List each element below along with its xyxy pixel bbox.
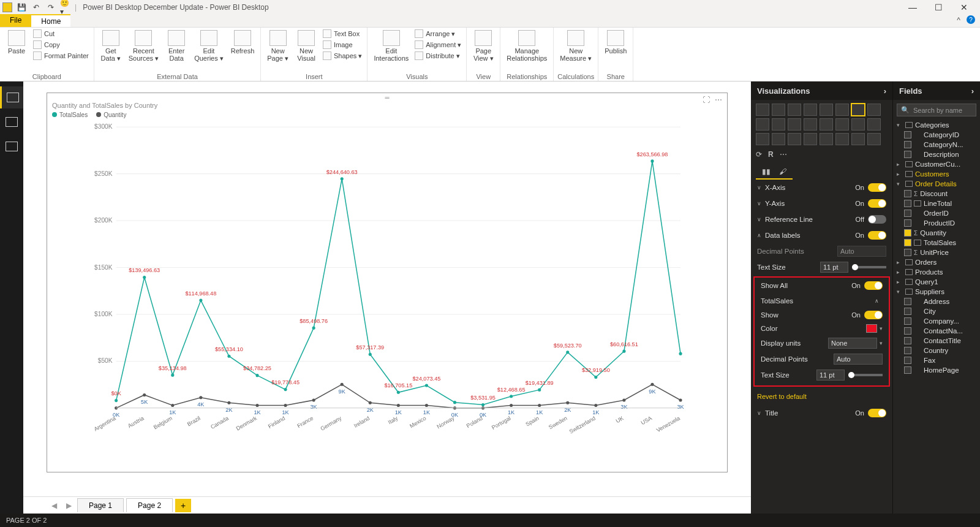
viz-tile[interactable] [867, 118, 881, 131]
display-units-select[interactable] [828, 338, 877, 349]
data-view-icon[interactable] [0, 111, 23, 133]
viz-tile[interactable] [772, 118, 785, 131]
viz-tile[interactable] [835, 118, 849, 131]
help-icon[interactable]: ? [967, 15, 975, 24]
edit-queries-button[interactable]: Edit Queries ▾ [192, 29, 226, 63]
edit-interactions-button[interactable]: Edit Interactions [371, 29, 411, 63]
refresh-button[interactable]: Refresh [228, 29, 257, 56]
format-tab-icon[interactable]: 🖌 [779, 167, 786, 176]
field-item[interactable]: Description [893, 150, 980, 159]
viz-tile[interactable] [867, 133, 881, 145]
more-options-icon[interactable]: ⋯ [715, 96, 722, 104]
field-checkbox[interactable] [904, 327, 911, 335]
new-measure-button[interactable]: New Measure ▾ [557, 29, 594, 63]
field-checkbox[interactable] [904, 298, 911, 305]
viz-tile[interactable] [756, 104, 769, 116]
viz-tile[interactable] [851, 133, 865, 145]
format-show[interactable]: ShowOn [755, 308, 889, 322]
collapse-fields-panel-icon[interactable]: › [971, 86, 974, 96]
field-item[interactable]: ΣQuantity [893, 228, 980, 238]
format-title[interactable]: ∨TitleOn [751, 405, 892, 421]
page-view-button[interactable]: Page View ▾ [470, 29, 496, 63]
field-checkbox[interactable] [904, 317, 911, 325]
recent-sources-button[interactable]: Recent Sources ▾ [126, 29, 161, 63]
viz-tile[interactable] [788, 133, 801, 145]
field-checkbox[interactable] [904, 366, 911, 374]
maximize-icon[interactable]: ☐ [932, 2, 944, 12]
redo-icon[interactable]: ↷ [45, 2, 56, 13]
r-visual-icon[interactable]: R [768, 150, 774, 159]
field-table[interactable]: ▸Query1 [893, 277, 980, 287]
viz-tile[interactable] [820, 104, 833, 116]
viz-tile[interactable] [804, 104, 817, 116]
image-button[interactable]: Image [322, 40, 363, 50]
page-tab-2[interactable]: Page 2 [126, 498, 173, 512]
text-size-input-top[interactable] [820, 262, 848, 273]
field-item[interactable]: City [893, 306, 980, 316]
prev-page-icon[interactable]: ◀ [48, 501, 60, 510]
field-item[interactable]: ContactNa... [893, 326, 980, 336]
decimal-points-input[interactable] [834, 354, 883, 365]
field-item[interactable]: HomePage [893, 365, 980, 375]
drag-handle-icon[interactable]: ═ [385, 94, 389, 101]
viz-tile[interactable] [867, 104, 881, 116]
viz-tile[interactable] [820, 133, 833, 145]
field-item[interactable]: Company... [893, 316, 980, 326]
field-item[interactable]: ΣDiscount [893, 189, 980, 199]
decimal-points-input-top[interactable] [837, 246, 886, 257]
enter-data-button[interactable]: Enter Data [164, 29, 189, 63]
undo-icon[interactable]: ↶ [31, 2, 42, 13]
new-page-button[interactable]: New Page ▾ [265, 29, 291, 63]
line-chart-visual[interactable]: ═ ⛶ ⋯ Quantity and TotalSales by Country… [47, 93, 728, 472]
viz-tile[interactable] [756, 118, 769, 131]
manage-relationships-button[interactable]: Manage Relationships [504, 29, 549, 63]
arrange-button[interactable]: Arrange ▾ [413, 29, 462, 39]
viz-tile[interactable] [835, 104, 849, 116]
focus-mode-icon[interactable]: ⛶ [703, 96, 710, 104]
field-checkbox[interactable] [904, 190, 911, 197]
text-box-button[interactable]: Text Box [322, 29, 363, 39]
field-item[interactable]: CategoryID [893, 130, 980, 140]
field-checkbox[interactable] [904, 308, 911, 315]
collapse-ribbon-icon[interactable]: ^ [953, 14, 964, 27]
field-item[interactable]: Fax [893, 355, 980, 365]
field-checkbox[interactable] [904, 347, 911, 354]
collapse-viz-panel-icon[interactable]: › [884, 86, 886, 96]
field-item[interactable]: ProductID [893, 218, 980, 228]
page-tab-1[interactable]: Page 1 [77, 498, 124, 512]
fields-search[interactable]: 🔍Search by name [897, 104, 976, 116]
viz-tile[interactable] [851, 104, 865, 116]
refresh-viz-icon[interactable]: ⟳ [756, 150, 762, 159]
minimize-icon[interactable]: — [907, 2, 919, 12]
field-table[interactable]: ▾Categories [893, 120, 980, 130]
field-item[interactable]: OrderID [893, 208, 980, 218]
field-table[interactable]: ▸CustomerCu... [893, 159, 980, 169]
distribute-button[interactable]: Distribute ▾ [413, 51, 462, 61]
field-table[interactable]: ▾Suppliers [893, 287, 980, 297]
viz-tile[interactable] [851, 118, 865, 131]
field-checkbox[interactable] [904, 141, 911, 148]
format-section-totalsales[interactable]: TotalSales∧ [755, 294, 889, 308]
viz-tile[interactable] [772, 104, 785, 116]
copy-button[interactable]: Copy [32, 40, 90, 50]
field-checkbox[interactable] [904, 200, 911, 207]
format-y-axis[interactable]: ∨Y-AxisOn [751, 195, 892, 211]
field-table[interactable]: ▸Orders [893, 257, 980, 267]
fields-tab-icon[interactable]: ▮▮ [762, 167, 771, 176]
text-size-slider-top[interactable] [852, 266, 886, 268]
viz-tile[interactable] [835, 133, 849, 145]
field-checkbox[interactable] [904, 131, 911, 138]
viz-tile[interactable] [788, 104, 801, 116]
report-view-icon[interactable] [0, 86, 23, 108]
field-checkbox[interactable] [904, 219, 911, 227]
add-page-button[interactable]: + [175, 499, 191, 512]
viz-tile[interactable] [788, 118, 801, 131]
field-table[interactable]: ▸Customers [893, 169, 980, 179]
revert-to-default[interactable]: Revert to default [751, 388, 892, 405]
paste-button[interactable]: Paste [4, 29, 29, 56]
field-checkbox[interactable] [904, 151, 911, 158]
text-size-slider[interactable] [848, 374, 883, 376]
field-table[interactable]: ▸Products [893, 267, 980, 277]
field-checkbox[interactable] [904, 249, 911, 256]
field-item[interactable]: Address [893, 297, 980, 306]
